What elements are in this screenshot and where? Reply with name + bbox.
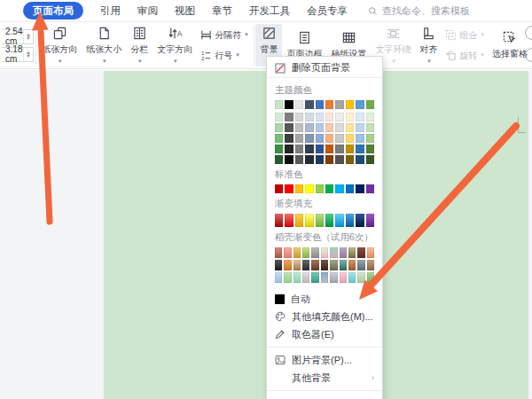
- color-swatch[interactable]: [357, 260, 364, 270]
- menu-item-more-fill-colors[interactable]: 其他填充颜色(M)...: [267, 308, 382, 325]
- color-swatch[interactable]: [295, 145, 303, 153]
- menu-item-picture-background[interactable]: 图片背景(P)...: [267, 351, 382, 369]
- color-swatch[interactable]: [356, 184, 364, 193]
- color-swatch[interactable]: [330, 247, 337, 258]
- color-swatch[interactable]: [325, 145, 333, 153]
- color-swatch[interactable]: [305, 184, 313, 193]
- separator-button[interactable]: 分隔符: [197, 26, 252, 44]
- color-swatch[interactable]: [356, 113, 364, 121]
- color-swatch[interactable]: [316, 184, 324, 193]
- margin-bottom-field[interactable]: 3.18 cm ▲▼: [2, 47, 34, 62]
- color-swatch[interactable]: [356, 123, 364, 132]
- color-swatch[interactable]: [346, 155, 354, 164]
- color-swatch[interactable]: [275, 155, 283, 164]
- command-search[interactable]: 查找命令、搜索模板: [368, 4, 470, 18]
- color-swatch[interactable]: [316, 123, 324, 132]
- color-swatch[interactable]: [366, 113, 374, 121]
- color-swatch[interactable]: [295, 113, 303, 121]
- color-swatch[interactable]: [311, 260, 318, 270]
- align-button[interactable]: 对齐: [415, 24, 442, 66]
- color-swatch[interactable]: [366, 123, 374, 132]
- color-swatch[interactable]: [305, 145, 313, 153]
- color-swatch[interactable]: [311, 272, 318, 283]
- tab-view[interactable]: 视图: [175, 4, 195, 18]
- color-swatch[interactable]: [305, 100, 313, 109]
- color-swatch[interactable]: [284, 272, 291, 283]
- color-swatch[interactable]: [316, 145, 324, 153]
- color-swatch[interactable]: [275, 184, 283, 193]
- color-swatch[interactable]: [366, 145, 374, 153]
- line-number-button[interactable]: 12 行号: [197, 46, 252, 65]
- color-swatch[interactable]: [335, 184, 343, 193]
- color-swatch[interactable]: [366, 100, 374, 109]
- color-swatch[interactable]: [335, 214, 343, 227]
- color-swatch[interactable]: [316, 155, 324, 164]
- color-swatch[interactable]: [295, 100, 303, 109]
- color-swatch[interactable]: [366, 214, 374, 227]
- color-swatch[interactable]: [321, 247, 328, 258]
- color-swatch[interactable]: [335, 123, 343, 132]
- tab-page-layout[interactable]: 页面布局: [23, 2, 83, 20]
- menu-item-auto-color[interactable]: 自动: [267, 290, 382, 308]
- color-swatch[interactable]: [340, 260, 347, 270]
- tab-developer[interactable]: 开发工具: [249, 4, 290, 18]
- color-swatch[interactable]: [325, 100, 333, 109]
- columns-button[interactable]: 分栏: [126, 24, 153, 66]
- color-swatch[interactable]: [335, 134, 343, 143]
- color-swatch[interactable]: [346, 145, 354, 153]
- color-swatch[interactable]: [346, 113, 354, 121]
- color-swatch[interactable]: [367, 247, 374, 258]
- color-swatch[interactable]: [335, 145, 343, 153]
- color-swatch[interactable]: [356, 214, 364, 227]
- color-swatch[interactable]: [305, 113, 313, 121]
- color-swatch[interactable]: [285, 123, 293, 132]
- tab-member[interactable]: 会员专享: [307, 4, 348, 18]
- color-swatch[interactable]: [330, 260, 337, 270]
- stepper-icon[interactable]: ▲▼: [23, 48, 32, 61]
- color-swatch[interactable]: [366, 155, 374, 164]
- color-swatch[interactable]: [367, 260, 374, 270]
- color-swatch[interactable]: [275, 113, 283, 121]
- tab-section[interactable]: 章节: [212, 4, 232, 18]
- color-swatch[interactable]: [325, 123, 333, 132]
- color-swatch[interactable]: [316, 113, 324, 121]
- color-swatch[interactable]: [285, 113, 293, 121]
- color-swatch[interactable]: [330, 272, 337, 283]
- color-swatch[interactable]: [321, 260, 328, 270]
- menu-item-delete-background[interactable]: 删除页面背景: [267, 59, 382, 78]
- color-swatch[interactable]: [295, 123, 303, 132]
- color-swatch[interactable]: [325, 155, 333, 164]
- color-swatch[interactable]: [285, 100, 293, 109]
- color-swatch[interactable]: [293, 272, 301, 283]
- color-swatch[interactable]: [295, 184, 303, 193]
- color-swatch[interactable]: [348, 260, 356, 270]
- color-swatch[interactable]: [346, 214, 354, 227]
- color-swatch[interactable]: [285, 214, 293, 227]
- color-swatch[interactable]: [325, 184, 333, 193]
- color-swatch[interactable]: [305, 134, 313, 143]
- color-swatch[interactable]: [340, 272, 347, 283]
- color-swatch[interactable]: [356, 100, 364, 109]
- color-swatch[interactable]: [346, 184, 354, 193]
- color-swatch[interactable]: [357, 272, 364, 283]
- color-swatch[interactable]: [346, 100, 354, 109]
- color-swatch[interactable]: [356, 145, 364, 153]
- color-swatch[interactable]: [295, 155, 303, 164]
- color-swatch[interactable]: [302, 260, 309, 270]
- color-swatch[interactable]: [285, 184, 293, 193]
- color-swatch[interactable]: [340, 247, 347, 258]
- color-swatch[interactable]: [275, 272, 282, 283]
- color-swatch[interactable]: [275, 134, 283, 143]
- text-direction-button[interactable]: A 文字方向: [153, 24, 197, 66]
- color-swatch[interactable]: [321, 272, 328, 283]
- color-swatch[interactable]: [325, 113, 333, 121]
- tab-references[interactable]: 引用: [100, 4, 121, 18]
- color-swatch[interactable]: [325, 214, 333, 227]
- color-swatch[interactable]: [293, 260, 301, 270]
- menu-item-watermark[interactable]: 水印 ›: [267, 395, 382, 399]
- paper-orientation-button[interactable]: 纸张方向: [37, 24, 82, 66]
- color-swatch[interactable]: [284, 247, 291, 258]
- color-swatch[interactable]: [356, 134, 364, 143]
- color-swatch[interactable]: [275, 260, 282, 270]
- paper-size-button[interactable]: 纸张大小: [82, 24, 126, 66]
